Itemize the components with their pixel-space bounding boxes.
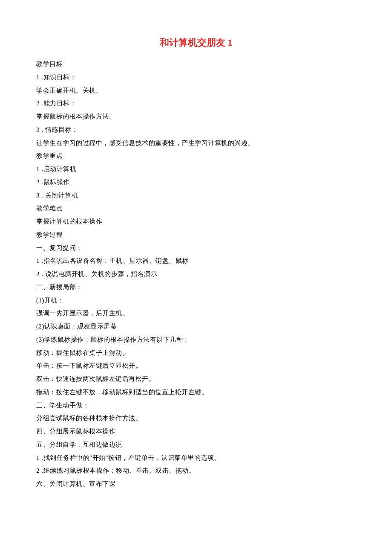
body-line: 五、分组自学，互相边做边说 [36, 438, 356, 451]
body-line: 2 . 说说电脑开机、关机的步骤，指名演示 [36, 267, 356, 281]
body-line: 强调一先开显示器，后开主机。 [36, 307, 356, 320]
body-line: 2 .能力目标： [36, 97, 356, 110]
body-line: 学会正确开机、关机。 [36, 84, 356, 97]
body-line: 2 .继续练习鼠标根本操作：移动、单击、双击、拖动。 [36, 464, 356, 477]
body-line: 拖动：按住左键不放，移动鼠标到适当的位置上松开左键。 [36, 386, 356, 399]
body-line: 教学过程 [36, 228, 356, 241]
body-line: 2 .鼠标操作 [36, 176, 356, 189]
body-line: 1 .启动计算机 [36, 163, 356, 176]
body-line: (1)开机： [36, 294, 356, 307]
body-line: 3 . 情感目标： [36, 123, 356, 137]
body-line: 单击：按一下鼠标左键后立即松开。 [36, 359, 356, 372]
body-line: 教学难点 [36, 202, 356, 215]
body-line: 教学目标 [36, 58, 356, 71]
document-title: 和计算机交朋友 1 [36, 36, 356, 49]
body-line: 二、新授局部： [36, 281, 356, 294]
body-line: 分组尝试鼠标的各种根本操作方法。 [36, 412, 356, 425]
body-line: 一、复习提问： [36, 241, 356, 255]
body-line: 双击：快速连按两次鼠标左键后再松开。 [36, 372, 356, 386]
body-line: (3)学练鼠标操作：鼠标的根本操作方法有以下几种： [36, 333, 356, 346]
body-line: 六、关闭计算机、宣布下课 [36, 477, 356, 491]
body-line: 三、学生动手做： [36, 399, 356, 412]
body-line: 1 .指名说出各设备名称：主机、显示器、键盘、鼠标 [36, 254, 356, 267]
body-line: 掌握计算机的根本操作 [36, 215, 356, 228]
body-line: 四、分组展示鼠标根本操作 [36, 425, 356, 438]
body-line: 1 .知识目标： [36, 71, 356, 84]
document-body: 教学目标 1 .知识目标： 学会正确开机、关机。 2 .能力目标： 掌握鼠标的根… [36, 58, 356, 491]
body-line: 让学生在学习的过程中，感受信息技术的重要性，产生学习计算机的兴趣。 [36, 137, 356, 150]
body-line: 1 .找到任务栏中的"开始"按钮，左键单击，认识菜单里的选项。 [36, 451, 356, 465]
body-line: 3 . 关闭计算机 [36, 189, 356, 202]
body-line: 移动：握住鼠标在桌子上滑动。 [36, 346, 356, 360]
body-line: 教学重点 [36, 149, 356, 163]
body-line: (2)认识桌面：观察显示屏幕 [36, 320, 356, 333]
body-line: 掌握鼠标的根本操作方法。 [36, 110, 356, 123]
